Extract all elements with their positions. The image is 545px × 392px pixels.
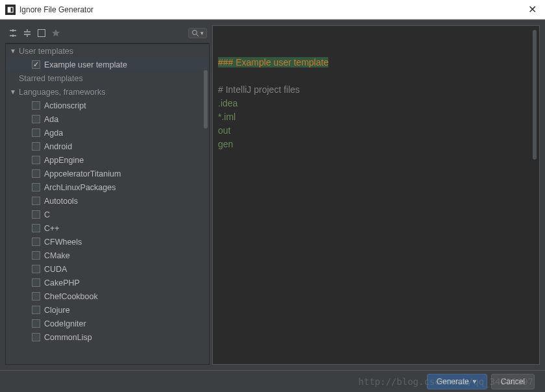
chevron-down-icon: ▼ bbox=[10, 88, 16, 95]
tree-item[interactable]: CUDA bbox=[6, 262, 209, 276]
tree-item[interactable]: Example user template bbox=[6, 58, 209, 71]
tree-item[interactable]: CMake bbox=[6, 249, 209, 262]
tree-item-label: ArchLinuxPackages bbox=[44, 183, 115, 192]
tree-item-label: C++ bbox=[44, 224, 60, 233]
svg-point-1 bbox=[193, 30, 197, 34]
tree-item-label: CakePHP bbox=[44, 278, 80, 288]
tree-item[interactable]: Android bbox=[6, 140, 209, 153]
tree-item[interactable]: Autotools bbox=[6, 194, 209, 208]
chevron-down-icon: ▼ bbox=[10, 47, 16, 55]
tree-item-label: CMake bbox=[44, 251, 70, 260]
editor-line bbox=[218, 69, 534, 83]
checkbox[interactable] bbox=[32, 156, 40, 164]
checkbox[interactable] bbox=[32, 101, 40, 110]
window-title: Ignore File Generator bbox=[19, 5, 93, 14]
tree-item-label: CodeIgniter bbox=[44, 319, 86, 328]
checkbox[interactable] bbox=[32, 60, 40, 69]
tree-item[interactable]: AppceleratorTitanium bbox=[6, 167, 209, 180]
checkbox[interactable] bbox=[32, 210, 40, 219]
tree-group[interactable]: ▼Languages, frameworks bbox=[6, 85, 209, 99]
scrollbar-thumb[interactable] bbox=[204, 70, 208, 129]
right-panel: ### Example user template # IntelliJ pro… bbox=[212, 25, 540, 365]
tree-item-label: Android bbox=[44, 142, 72, 151]
generate-button[interactable]: Generate ▼ bbox=[427, 374, 487, 389]
tree-item[interactable]: Actionscript bbox=[6, 99, 209, 112]
generate-label: Generate bbox=[437, 377, 469, 386]
checkbox[interactable] bbox=[32, 265, 40, 273]
checkbox[interactable] bbox=[32, 142, 40, 151]
tree-item[interactable]: Clojure bbox=[6, 303, 209, 317]
tree-group-label: Starred templates bbox=[19, 74, 83, 83]
checkbox[interactable] bbox=[32, 278, 40, 287]
tree-item[interactable]: Ada bbox=[6, 112, 209, 126]
search-input[interactable]: ▾ bbox=[188, 28, 207, 38]
tree-group-label: Languages, frameworks bbox=[19, 88, 105, 97]
svg-rect-0 bbox=[38, 29, 45, 36]
tree-item-label: Agda bbox=[44, 129, 63, 138]
preview-editor[interactable]: ### Example user template # IntelliJ pro… bbox=[212, 25, 540, 365]
editor-line: gen bbox=[218, 138, 534, 151]
tree-item[interactable]: C++ bbox=[6, 221, 209, 235]
tree-group[interactable]: Starred templates bbox=[6, 71, 209, 85]
tree-item-label: AppceleratorTitanium bbox=[44, 169, 121, 178]
tree-item[interactable]: CodeIgniter bbox=[6, 317, 209, 330]
expand-all-icon[interactable] bbox=[8, 28, 18, 38]
tree-item-label: ChefCookbook bbox=[44, 292, 98, 301]
titlebar: ◧ Ignore File Generator ✕ bbox=[0, 0, 545, 19]
editor-line: ### Example user template bbox=[218, 56, 534, 69]
left-panel: ▾ ▼User templatesExample user template S… bbox=[5, 25, 210, 365]
tree-item[interactable]: CommonLisp bbox=[6, 330, 209, 344]
tree-item-label: C bbox=[44, 210, 50, 219]
tree-item[interactable]: C bbox=[6, 208, 209, 221]
checkbox[interactable] bbox=[32, 292, 40, 300]
tree-item-label: AppEngine bbox=[44, 156, 84, 165]
tree-item-label: Actionscript bbox=[44, 101, 86, 110]
toolbar: ▾ bbox=[5, 25, 210, 43]
checkbox[interactable] bbox=[32, 251, 40, 260]
tree-item-label: Ada bbox=[44, 115, 58, 124]
tree-group[interactable]: ▼User templates bbox=[6, 44, 209, 58]
editor-line: # IntelliJ project files bbox=[218, 83, 534, 97]
star-icon[interactable] bbox=[51, 28, 61, 38]
editor-line: *.iml bbox=[218, 110, 534, 124]
checkbox[interactable] bbox=[32, 224, 40, 232]
svg-line-2 bbox=[197, 34, 199, 36]
chevron-down-icon: ▼ bbox=[472, 378, 478, 385]
tree-item[interactable]: AppEngine bbox=[6, 153, 209, 167]
cancel-button[interactable]: Cancel bbox=[491, 374, 535, 389]
footer: Generate ▼ Cancel bbox=[0, 370, 545, 392]
editor-line: .idea bbox=[218, 97, 534, 110]
app-icon: ◧ bbox=[5, 5, 16, 15]
checkbox[interactable] bbox=[32, 333, 40, 341]
cancel-label: Cancel bbox=[501, 377, 525, 386]
tree-item[interactable]: Agda bbox=[6, 126, 209, 140]
template-tree[interactable]: ▼User templatesExample user template Sta… bbox=[5, 43, 210, 365]
editor-line: out bbox=[218, 124, 534, 138]
checkbox[interactable] bbox=[32, 197, 40, 205]
tree-item[interactable]: ArchLinuxPackages bbox=[6, 180, 209, 194]
tree-item-label: CFWheels bbox=[44, 238, 82, 247]
checkbox[interactable] bbox=[32, 319, 40, 328]
tree-group-label: User templates bbox=[19, 47, 73, 56]
close-icon[interactable]: ✕ bbox=[524, 3, 540, 16]
checkbox[interactable] bbox=[32, 169, 40, 178]
editor-scrollbar-thumb[interactable] bbox=[533, 30, 537, 160]
checkbox[interactable] bbox=[32, 238, 40, 246]
checkbox[interactable] bbox=[32, 306, 40, 314]
tree-item-label: CommonLisp bbox=[44, 333, 92, 342]
checkbox[interactable] bbox=[32, 129, 40, 137]
tree-item-label: Example user template bbox=[44, 60, 127, 69]
tree-item-label: Autotools bbox=[44, 197, 78, 206]
checkbox[interactable] bbox=[32, 115, 40, 123]
tree-item[interactable]: CakePHP bbox=[6, 276, 209, 289]
collapse-all-icon[interactable] bbox=[22, 28, 32, 38]
tree-item[interactable]: CFWheels bbox=[6, 235, 209, 249]
select-all-icon[interactable] bbox=[36, 28, 47, 38]
tree-item-label: CUDA bbox=[44, 265, 67, 274]
tree-item[interactable]: ChefCookbook bbox=[6, 289, 209, 303]
tree-item-label: Clojure bbox=[44, 306, 70, 315]
main-area: ▾ ▼User templatesExample user template S… bbox=[0, 19, 545, 370]
checkbox[interactable] bbox=[32, 183, 40, 191]
